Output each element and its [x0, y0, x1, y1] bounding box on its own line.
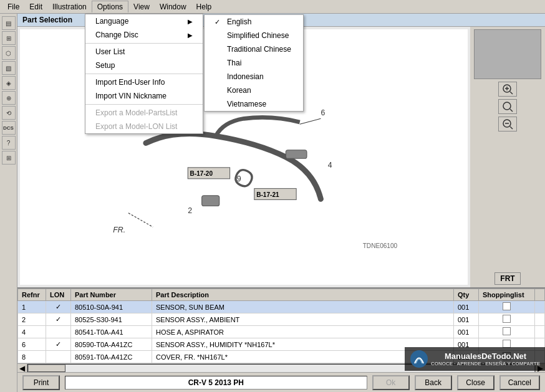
sidebar-icon-7[interactable]: ⟲ [2, 106, 16, 120]
sidebar-icon-dcs[interactable]: DCS [2, 121, 16, 135]
menu-options[interactable]: Options [92, 1, 128, 12]
svg-text:2: 2 [188, 206, 192, 215]
svg-text:6: 6 [321, 108, 325, 117]
cancel-button[interactable]: Cancel [499, 375, 540, 390]
back-button[interactable]: Back [415, 375, 452, 390]
sidebar-icon-10[interactable]: ⊞ [2, 151, 16, 165]
lang-indonesian[interactable]: Indonesian [205, 70, 303, 84]
cell-refnr: 1 [18, 301, 46, 313]
cell-qty: 001 [454, 313, 479, 326]
model-label: CR-V 5 2013 PH [65, 376, 367, 390]
cell-desc: SENSOR, SUN BEAM [152, 301, 454, 313]
menu-user-list[interactable]: User List [85, 45, 203, 59]
menu-import-vin[interactable]: Import VIN Nickname [85, 89, 203, 103]
col-partnum: Part Number [71, 289, 152, 301]
cell-partnum: 80541-T0A-A41 [71, 326, 152, 338]
language-submenu: ✓ English Simplified Chinese Traditional… [204, 14, 304, 112]
shopping-checkbox[interactable] [503, 327, 511, 335]
lang-traditional-chinese[interactable]: Traditional Chinese [205, 42, 303, 56]
sidebar-icon-3[interactable]: ⬡ [2, 46, 16, 60]
svg-rect-14 [286, 150, 307, 158]
thumbnail-image [474, 29, 541, 79]
menu-setup[interactable]: Setup [85, 59, 203, 72]
cell-shopping [479, 326, 535, 338]
lang-english[interactable]: ✓ English [205, 15, 303, 29]
sidebar-icon-9[interactable]: ? [2, 136, 16, 150]
svg-line-25 [510, 109, 513, 112]
cell-qty: 001 [454, 301, 479, 313]
cell-partnum: 80591-T0A-A41ZC [71, 351, 152, 363]
sidebar-icon-6[interactable]: ⊕ [2, 91, 16, 105]
options-menu: Language ▶ Change Disc ▶ User List Setup… [85, 14, 203, 134]
print-button[interactable]: Print [22, 375, 60, 390]
shopping-checkbox[interactable] [503, 315, 511, 323]
cell-partnum: 80525-S30-941 [71, 313, 152, 326]
lang-korean[interactable]: Korean [205, 84, 303, 97]
svg-text:FR.: FR. [113, 226, 125, 234]
menu-import-enduser[interactable]: Import End-User Info [85, 75, 203, 89]
watermark-title: ManualesDeTodo.Net [431, 351, 540, 361]
lang-vietnamese[interactable]: Vietnamese [205, 97, 303, 111]
cell-partnum: 80590-T0A-A41ZC [71, 338, 152, 351]
menu-language[interactable]: Language ▶ [85, 14, 203, 28]
cell-lon [46, 351, 71, 363]
menu-file[interactable]: File [2, 1, 24, 12]
menu-separator-3 [85, 104, 203, 105]
scroll-thumb[interactable] [28, 365, 65, 372]
zoom-out-button[interactable] [498, 117, 517, 131]
right-panel: FRT [470, 27, 545, 287]
menu-edit[interactable]: Edit [24, 1, 47, 12]
submenu-arrow: ▶ [188, 18, 193, 25]
lang-simplified-chinese[interactable]: Simplified Chinese [205, 29, 303, 42]
sidebar-icon-1[interactable]: ▤ [2, 16, 16, 30]
cell-scroll [535, 326, 545, 338]
ok-button[interactable]: Ok [372, 375, 410, 390]
sidebar-icon-5[interactable]: ◈ [2, 76, 16, 90]
shopping-checkbox[interactable] [503, 302, 511, 310]
menu-separator-1 [85, 43, 203, 44]
sidebar-icon-2[interactable]: ⊞ [2, 31, 16, 45]
cell-desc: HOSE A, ASPIRATOR [152, 326, 454, 338]
sidebar-icon-4[interactable]: ▧ [2, 61, 16, 75]
scroll-header [535, 289, 545, 301]
bottom-bar: Print CR-V 5 2013 PH Ok Back Close Cance… [17, 372, 545, 392]
cell-partnum: 80510-S0A-941 [71, 301, 152, 313]
cell-qty: 001 [454, 326, 479, 338]
menu-change-disc[interactable]: Change Disc ▶ [85, 28, 203, 42]
zoom-reset-button[interactable] [498, 99, 517, 114]
col-shopping: Shoppinglist [479, 289, 535, 301]
cell-lon: ✓ [46, 301, 71, 313]
col-lon: LON [46, 289, 71, 301]
svg-text:4: 4 [328, 161, 332, 170]
col-qty: Qty [454, 289, 479, 301]
close-button[interactable]: Close [457, 375, 494, 390]
menu-export-parts: Export a Model-PartsList [85, 106, 203, 120]
cell-shopping [479, 301, 535, 313]
svg-line-23 [510, 92, 513, 94]
table-row[interactable]: 4 80541-T0A-A41 HOSE A, ASPIRATOR 001 [18, 326, 545, 338]
menu-help[interactable]: Help [191, 1, 217, 12]
menu-export-lon: Export a Model-LON List [85, 120, 203, 133]
watermark: ManualesDeTodo.Net CONOCE · APRENDE · EN… [405, 347, 545, 371]
sidebar: ▤ ⊞ ⬡ ▧ ◈ ⊕ ⟲ DCS ? ⊞ [0, 14, 17, 392]
col-refnr: Refnr [18, 289, 46, 301]
lang-thai[interactable]: Thai [205, 56, 303, 70]
cell-refnr: 6 [18, 338, 46, 351]
svg-point-24 [503, 102, 511, 110]
cell-refnr: 8 [18, 351, 46, 363]
cell-shopping [479, 313, 535, 326]
scroll-left-btn[interactable]: ◀ [17, 364, 27, 373]
svg-text:TDNE06100: TDNE06100 [363, 242, 398, 249]
zoom-in-button[interactable] [498, 82, 517, 97]
menu-view[interactable]: View [128, 1, 155, 12]
table-row[interactable]: 1 ✓ 80510-S0A-941 SENSOR, SUN BEAM 001 [18, 301, 545, 313]
col-desc: Part Description [152, 289, 454, 301]
menu-window[interactable]: Window [155, 1, 191, 12]
table-row[interactable]: 2 ✓ 80525-S30-941 SENSOR ASSY., AMBIENT … [18, 313, 545, 326]
cell-refnr: 4 [18, 326, 46, 338]
cell-refnr: 2 [18, 313, 46, 326]
cell-lon: ✓ [46, 338, 71, 351]
menu-separator-2 [85, 74, 203, 74]
menu-illustration[interactable]: Illustration [47, 1, 92, 12]
watermark-tagline: CONOCE · APRENDE · ENSEÑA Y COMPARTE [431, 361, 540, 366]
